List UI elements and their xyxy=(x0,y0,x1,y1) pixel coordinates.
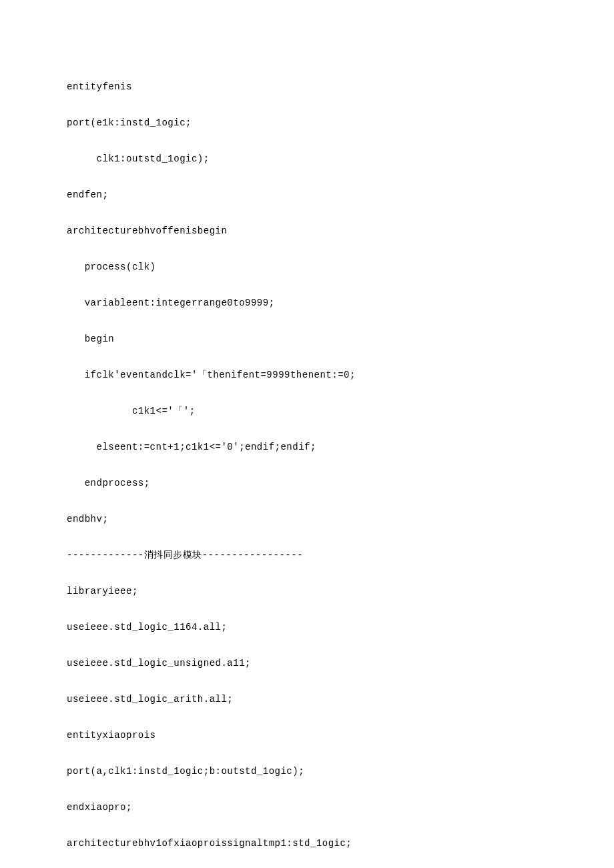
code-line: architecturebhvoffenisbegin xyxy=(67,222,547,240)
code-line: -------------消抖同步模块----------------- xyxy=(67,546,547,564)
code-line: process(clk) xyxy=(67,258,547,276)
code-line: begin xyxy=(67,330,547,348)
code-line: libraryieee; xyxy=(67,582,547,600)
code-line: entityfenis xyxy=(67,78,547,96)
code-line: endprocess; xyxy=(67,474,547,492)
code-line: endxiaopro; xyxy=(67,799,547,817)
code-line: endbhv; xyxy=(67,510,547,528)
code-line: useieee.std_logic_1164.all; xyxy=(67,618,547,636)
code-line: port(a,clk1:instd_1ogic;b:outstd_1ogic); xyxy=(67,763,547,781)
code-line: elseent:=cnt+1;c1k1<='0';endif;endif; xyxy=(67,438,547,456)
code-line: useieee.std_logic_arith.all; xyxy=(67,691,547,709)
code-line: ifclk'eventandclk='「thenifent=9999thenen… xyxy=(67,366,547,384)
code-line: c1k1<='「'; xyxy=(67,402,547,420)
code-line: entityxiaoprois xyxy=(67,727,547,745)
code-line: port(e1k:instd_1ogic; xyxy=(67,114,547,132)
code-document: entityfenis port(e1k:instd_1ogic; clk1:o… xyxy=(0,0,614,868)
code-line: endfen; xyxy=(67,186,547,204)
code-line: useieee.std_logic_unsigned.a11; xyxy=(67,655,547,673)
code-line: clk1:outstd_1ogic); xyxy=(67,150,547,168)
code-line: variableent:integerrange0to9999; xyxy=(67,294,547,312)
code-line: architecturebhv1ofxiaoproissignaltmp1:st… xyxy=(67,835,547,853)
